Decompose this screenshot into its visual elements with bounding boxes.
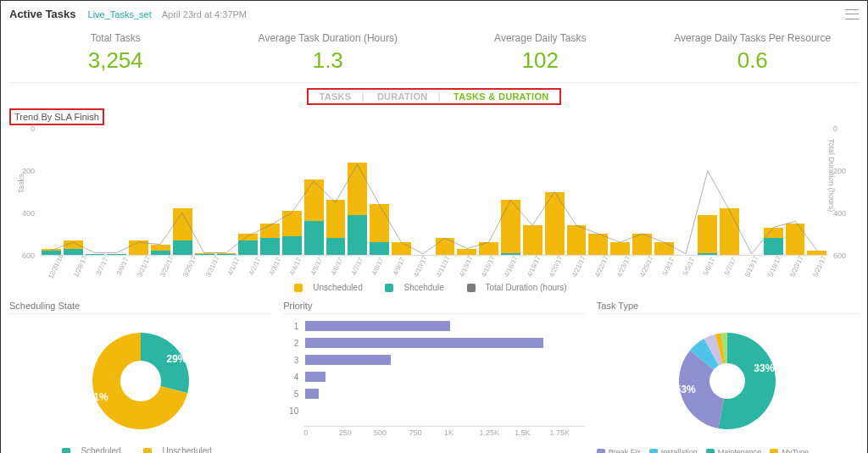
priority-bar: 5 [285,389,583,399]
header-bar: Active Tasks Live_Tasks_set April 23rd a… [9,4,859,27]
task-type-title: Task Type [597,301,859,314]
trend-title: Trend By SLA Finish [9,108,104,125]
kpi-value: 1.3 [222,47,435,74]
scheduling-state-panel: Scheduling State 29% 71% Scheduled Unsch… [9,301,271,453]
kpi-value: 102 [434,47,647,74]
priority-title: Priority [283,301,585,314]
priority-bar: 3 [285,355,583,365]
priority-bar: 2 [285,338,583,348]
tab-tasks-duration[interactable]: TASKS & DURATION [448,91,554,102]
kpi-card: Average Task Duration (Hours)1.3 [222,32,435,74]
task-type-chart: 33% 53% [597,318,859,445]
task-type-legend: Break FixInstallationMaintenanceMyTypeNe… [597,448,859,453]
kpi-label: Total Tasks [9,32,222,44]
priority-bar: 1 [285,321,583,331]
kpi-value: 0.6 [647,47,860,74]
kpi-card: Average Daily Tasks102 [434,32,647,74]
trend-chart: Tasks Total Duration (hours) 0200400600 … [14,129,854,281]
timestamp: April 23rd at 4:37PM [162,9,247,19]
dataset-link[interactable]: Live_Tasks_set [88,9,152,19]
scheduling-legend: Scheduled Unscheduled [9,446,271,453]
dashboard: Active Tasks Live_Tasks_set April 23rd a… [0,0,868,453]
tab-tasks[interactable]: TASKS [314,91,356,102]
page-title: Active Tasks [9,8,76,20]
priority-bar: 4 [285,372,583,382]
kpi-card: Average Daily Tasks Per Resource0.6 [647,32,860,74]
scheduling-state-title: Scheduling State [9,301,271,314]
kpi-label: Average Daily Tasks [434,32,647,44]
priority-chart: 1234510 [283,318,585,426]
priority-bar: 10 [285,406,583,416]
svg-point-0 [120,361,161,401]
task-type-panel: Task Type 33% 53% Break FixInstallationM… [597,301,859,453]
scheduling-state-chart: 29% 71% [9,318,271,445]
view-tabs: TASKS| DURATION| TASKS & DURATION [307,88,560,105]
kpi-label: Average Daily Tasks Per Resource [647,32,860,44]
kpi-label: Average Task Duration (Hours) [222,32,435,44]
hamburger-icon[interactable] [845,9,859,19]
kpi-value: 3,254 [9,47,222,74]
kpi-card: Total Tasks3,254 [9,32,222,74]
kpi-row: Total Tasks3,254Average Task Duration (H… [9,27,859,83]
tab-duration[interactable]: DURATION [372,91,433,102]
priority-panel: Priority 1234510 02505007501K1.25K1.5K1.… [283,301,585,453]
svg-point-1 [709,363,745,399]
